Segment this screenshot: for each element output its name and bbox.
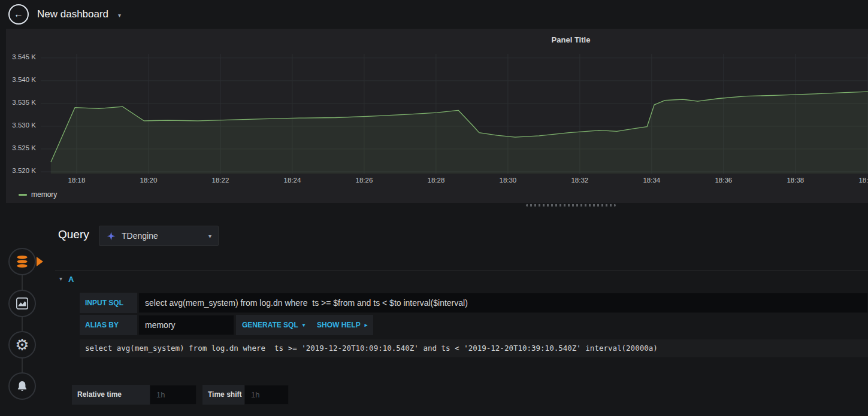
x-axis-tick-label: 18:30 [490,177,526,184]
generate-sql-button[interactable]: GENERATE SQL ▾ [236,315,311,335]
database-icon [16,255,29,268]
tab-general[interactable]: ⚙ [8,331,36,359]
time-shift-label: Time shift [202,385,244,405]
alias-by-field[interactable] [138,315,234,335]
x-axis-tick-label: 18:20 [131,177,167,184]
graph-panel: Panel Title 3.545 K3.540 K3.535 K3.530 K… [6,29,868,203]
legend-series-marker [19,194,27,196]
bell-icon [16,380,28,392]
legend-series-label[interactable]: memory [31,190,57,199]
top-navbar: ← New dashboard ▾ [0,0,868,29]
tabs-connector-line [22,257,23,390]
show-help-label: SHOW HELP [317,321,361,329]
datasource-name: TDengine [122,231,158,241]
x-axis-tick-label: 18:26 [346,177,382,184]
time-shift-field[interactable] [244,385,289,405]
datasource-caret-icon: ▾ [208,233,211,239]
y-axis-tick-label: 3.540 K [6,76,36,83]
x-axis-tick-label: 18:38 [778,177,813,184]
query-section-title: Query [58,228,89,241]
graph-icon [16,297,29,310]
x-axis-tick-label: 18:28 [418,177,454,184]
query-row-divider [55,270,868,271]
relative-time-label: Relative time [72,385,150,405]
back-button[interactable]: ← [8,4,29,25]
grafana-panel-editor: ← New dashboard ▾ Panel Title 3.545 K3.5… [0,0,868,416]
x-axis-tick-label: 18:24 [274,177,310,184]
caret-right-icon: ▸ [365,322,368,328]
alias-by-label: ALIAS BY [80,315,137,335]
x-axis-tick-label: 18:18 [59,177,95,184]
relative-time-field[interactable] [150,385,196,405]
query-collapse-caret-icon[interactable]: ▾ [59,275,62,282]
caret-down-icon: ▾ [303,322,306,328]
generated-sql-preview: select avg(mem_system) from log.dn where… [80,339,868,357]
tab-queries[interactable] [8,248,36,275]
dashboard-title[interactable]: New dashboard [37,0,108,29]
gear-icon: ⚙ [15,337,29,353]
tab-visualization[interactable] [8,290,36,317]
x-axis-tick-label: 18:32 [562,177,598,184]
datasource-picker[interactable]: TDengine ▾ [99,226,219,246]
input-sql-field[interactable] [138,293,868,313]
x-axis-tick-label: 18:40 [849,177,868,184]
y-axis-tick-label: 3.530 K [6,122,36,129]
time-series-chart[interactable]: 3.545 K3.540 K3.535 K3.530 K3.525 K3.520… [6,29,868,203]
show-help-button[interactable]: SHOW HELP ▸ [311,315,373,335]
back-arrow-icon: ← [14,9,23,20]
tdengine-logo-icon [107,232,116,241]
query-ref-id[interactable]: A [68,275,74,284]
y-axis-tick-label: 3.535 K [6,99,36,106]
x-axis-tick-label: 18:34 [634,177,670,184]
active-tab-arrow-icon [37,257,43,266]
legend: memory [19,190,57,199]
generate-sql-label: GENERATE SQL [242,321,298,329]
tab-alert[interactable] [8,372,36,400]
x-axis-tick-label: 18:22 [202,177,238,184]
dashboard-title-caret-icon[interactable]: ▾ [118,1,121,29]
horizontal-scrollbar-thumb[interactable] [526,204,616,207]
y-axis-tick-label: 3.525 K [6,144,36,151]
x-axis-tick-label: 18:36 [706,177,742,184]
y-axis-tick-label: 3.520 K [6,167,36,174]
input-sql-label: INPUT SQL [80,293,137,313]
y-axis-tick-label: 3.545 K [6,53,36,60]
